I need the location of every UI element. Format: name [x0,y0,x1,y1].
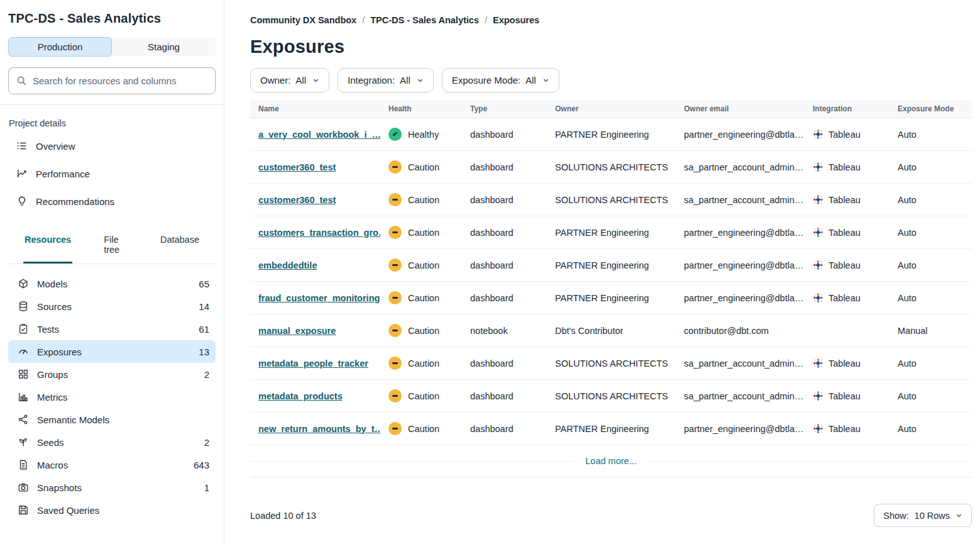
load-more-link[interactable]: Load more... [585,456,636,466]
exposure-mode-cell: Auto [889,228,972,238]
owner-cell: PARTNER Engineering [547,228,676,238]
table-row: new_return_amounts_by_t…Cautiondashboard… [250,413,972,445]
owner-cell: PARTNER Engineering [547,293,676,303]
show-rows-dropdown[interactable]: Show: 10 Rows [874,504,972,527]
owner-email-cell: contributor@dbt.com [676,326,805,336]
caution-badge-icon [388,389,402,402]
divider [648,461,972,462]
table-header-row: Name Health Type Owner Owner email Integ… [250,100,972,118]
owner-cell: PARTNER Engineering [547,424,676,434]
breadcrumb: Community DX Sandbox / TPC-DS - Sales An… [250,15,972,25]
owner-cell: PARTNER Engineering [547,130,676,140]
integration-cell: Tableau [805,358,889,369]
sidebar-item-label: Semantic Models [37,414,209,425]
name-cell: customer360_test [250,195,380,205]
sidebar-item-sources[interactable]: Sources 14 [8,295,216,318]
health-label: Caution [408,326,439,336]
exposure-name-link[interactable]: fraud_customer_monitoring [258,293,380,303]
type-cell: notebook [462,326,547,336]
sidebar-item-seeds[interactable]: Seeds 2 [8,431,216,453]
exposure-name-link[interactable]: customers_transaction_gro… [258,228,380,238]
sidebar-item-groups[interactable]: Groups 2 [8,363,216,386]
environment-staging-button[interactable]: Staging [112,37,216,57]
tab-resources[interactable]: Resources [23,229,72,264]
save-icon [18,504,29,516]
exposure-mode-cell: Auto [889,293,972,303]
tableau-icon [813,129,823,140]
sidebar-item-overview[interactable]: Overview [8,132,216,160]
column-header-owner-email: Owner email [676,104,805,113]
tableau-icon [813,423,823,434]
sidebar-item-tests[interactable]: Tests 61 [8,318,216,340]
owner-email-cell: sa_partner_account_admin… [676,195,805,205]
exposure-name-link[interactable]: new_return_amounts_by_t… [258,424,380,434]
tableau-icon [813,260,823,270]
exposure-mode-filter-button[interactable]: Exposure Mode: All [442,68,559,92]
sidebar-item-semantic-models[interactable]: Semantic Models [8,408,216,431]
bar-chart-icon [18,391,29,402]
environment-production-button[interactable]: Production [8,37,112,57]
sidebar-item-saved-queries[interactable]: Saved Queries [8,499,216,521]
name-cell: fraud_customer_monitoring [250,293,380,303]
filter-value: All [526,75,536,86]
sidebar-tabs: Resources File tree Database [8,229,216,264]
sidebar-item-snapshots[interactable]: Snapshots 1 [8,476,216,499]
caution-badge-icon [388,291,402,304]
sidebar-item-macros[interactable]: Macros 643 [8,453,216,476]
breadcrumb-item-account[interactable]: Community DX Sandbox [250,15,356,25]
divider [250,461,574,462]
search-input[interactable] [33,75,207,86]
caution-badge-icon [388,160,402,174]
breadcrumb-item-project[interactable]: TPC-DS - Sales Analytics [370,15,479,25]
type-cell: dashboard [462,260,547,270]
page-title: Exposures [250,36,972,57]
column-header-health: Health [380,104,462,113]
sidebar-divider [0,104,224,105]
owner-filter-button[interactable]: Owner: All [250,68,329,92]
owner-email-cell: partner_engineering@dbtla… [676,260,805,270]
sidebar-item-exposures[interactable]: Exposures 13 [8,340,216,363]
integration-label: Tableau [829,130,861,140]
owner-cell: SOLUTIONS ARCHITECTS [547,391,676,401]
name-cell: manual_exposure [250,326,380,336]
integration-label: Tableau [829,391,861,401]
owner-email-cell: partner_engineering@dbtla… [676,293,805,303]
exposure-mode-cell: Auto [889,130,972,140]
caution-badge-icon [388,357,402,370]
integration-filter-button[interactable]: Integration: All [338,68,434,92]
exposure-name-link[interactable]: metadata_people_tracker [258,358,368,369]
exposure-mode-cell: Auto [889,162,972,172]
exposure-mode-cell: Auto [889,358,972,369]
exposure-name-link[interactable]: customer360_test [258,195,336,205]
integration-label: Tableau [829,195,861,205]
sidebar-item-label: Exposures [37,347,199,357]
owner-email-cell: sa_partner_account_admin… [676,358,805,369]
exposure-name-link[interactable]: metadata_products [258,391,343,401]
health-cell: ✔Healthy [380,128,462,141]
health-label: Caution [408,195,439,205]
clipboard-check-icon [18,323,29,335]
resource-count: 2 [204,437,209,448]
search-icon [16,75,27,86]
sidebar-item-recommendations[interactable]: Recommendations [8,187,216,215]
sidebar-item-metrics[interactable]: Metrics [8,386,216,408]
exposure-name-link[interactable]: embeddedtile [258,260,317,270]
caution-badge-icon [388,258,402,272]
sidebar-item-models[interactable]: Models 65 [8,272,216,295]
health-label: Healthy [408,130,439,140]
name-cell: embeddedtile [250,260,380,270]
column-header-owner: Owner [547,104,676,113]
integration-label: Tableau [829,260,861,270]
exposure-name-link[interactable]: manual_exposure [258,326,336,336]
column-header-integration: Integration [805,104,889,113]
app-window: TPC-DS - Sales Analytics Production Stag… [0,0,980,544]
exposure-mode-cell: Auto [889,391,972,401]
exposure-name-link[interactable]: a_very_cool_workbook_i_… [258,130,380,140]
sidebar-item-performance[interactable]: Performance [8,160,216,187]
type-cell: dashboard [462,162,547,172]
tab-database[interactable]: Database [159,229,201,264]
search-box[interactable] [8,67,216,94]
tab-file-tree[interactable]: File tree [102,229,129,264]
sprout-icon [18,436,29,448]
exposure-name-link[interactable]: customer360_test [258,162,336,172]
